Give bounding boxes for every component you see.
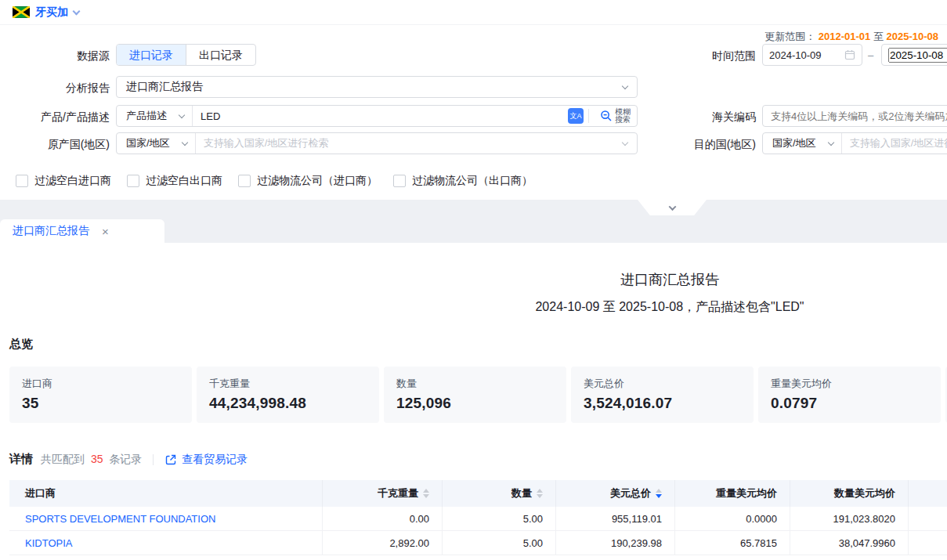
- sort-icon[interactable]: [537, 489, 543, 498]
- table-row: KIDTOPIA 2,892.00 5.00 190,239.98 65.781…: [9, 531, 947, 555]
- table-row: SPORTS DEVELOPMENT FOUNDATION 0.00 5.00 …: [9, 507, 947, 531]
- calendar-icon: [844, 49, 855, 60]
- col-label: 进口商: [25, 486, 56, 500]
- col-label: 千克重量: [378, 486, 418, 500]
- chevron-down-icon: [73, 7, 81, 15]
- product-keyword-input[interactable]: [193, 110, 568, 122]
- cell-quantity: 5.00: [443, 507, 556, 530]
- cell-usd-per-weight: 65.7815: [675, 531, 790, 555]
- checkbox-icon[interactable]: [393, 175, 406, 187]
- jamaica-flag-icon: [13, 6, 30, 18]
- country-name: 牙买加: [35, 5, 68, 20]
- overview-cards: 进口商 35 千克重量 44,234,998.48 数量 125,096 美元总…: [9, 367, 947, 423]
- tab-importer-summary-report[interactable]: 进口商汇总报告 ×: [0, 219, 164, 243]
- date-start-input[interactable]: [769, 49, 844, 61]
- data-source-label: 数据源: [0, 49, 110, 63]
- chevron-down-icon: [668, 203, 676, 211]
- date-end-input[interactable]: [888, 48, 947, 63]
- collapse-panel-button[interactable]: [638, 200, 707, 215]
- checkbox-filter-logistics-exporter[interactable]: 过滤物流公司（出口商）: [393, 174, 533, 188]
- top-bar: 牙买加: [0, 0, 947, 25]
- cell-quantity: 5.00: [443, 531, 556, 555]
- importer-link[interactable]: SPORTS DEVELOPMENT FOUNDATION: [25, 513, 215, 525]
- magnifier-icon: [600, 110, 613, 122]
- col-header-quantity[interactable]: 数量: [443, 480, 556, 507]
- stat-card-importers: 进口商 35: [9, 367, 192, 423]
- tab-import-records[interactable]: 进口记录: [117, 45, 186, 65]
- chevron-down-icon: [622, 139, 628, 145]
- checkbox-icon[interactable]: [238, 175, 251, 187]
- destination-country-placeholder[interactable]: 支持输入国家/地区进行检索: [842, 136, 947, 150]
- view-records-icon: [164, 453, 177, 466]
- origin-country-field: 国家/地区 支持输入国家/地区进行检索: [116, 132, 638, 154]
- col-header-extra: [909, 480, 947, 507]
- product-label: 产品/产品描述: [0, 110, 110, 125]
- origin-country-placeholder[interactable]: 支持输入国家/地区进行检索: [196, 136, 623, 150]
- fuzzy-search-label: 模糊搜索: [615, 108, 632, 124]
- stat-value: 3,524,016.07: [584, 395, 741, 412]
- view-trade-records-link[interactable]: 查看贸易记录: [164, 453, 248, 467]
- update-range-start: 2012-01-01: [819, 31, 871, 42]
- checkbox-label: 过滤空白出口商: [146, 174, 222, 188]
- stat-value: 35: [22, 395, 179, 412]
- close-icon[interactable]: ×: [102, 226, 109, 237]
- stat-card-kg-weight: 千克重量 44,234,998.48: [197, 367, 379, 423]
- checkbox-label: 过滤物流公司（进口商）: [257, 174, 378, 188]
- sort-icon-desc-active[interactable]: [656, 489, 662, 498]
- col-label: 数量: [511, 486, 532, 500]
- table-header-row: 进口商 千克重量 数量 美元总价 重量美元均价 数量美: [9, 480, 947, 507]
- overview-heading: 总览: [9, 337, 947, 352]
- fuzzy-search-button[interactable]: 模糊搜索: [594, 108, 637, 124]
- destination-type-select[interactable]: 国家/地区: [763, 136, 841, 150]
- update-range-to: 至: [873, 31, 884, 42]
- col-header-usd-total[interactable]: 美元总价: [556, 480, 675, 507]
- cell-usd-per-quantity: 191,023.8020: [790, 507, 909, 530]
- divider: [153, 454, 154, 465]
- report-type-label: 分析报告: [0, 81, 110, 96]
- checkbox-filter-logistics-importer[interactable]: 过滤物流公司（进口商）: [238, 174, 378, 188]
- cell-importer: SPORTS DEVELOPMENT FOUNDATION: [9, 507, 323, 530]
- stat-card-quantity: 数量 125,096: [384, 367, 566, 423]
- checkbox-filter-blank-exporter[interactable]: 过滤空白出口商: [127, 174, 222, 188]
- date-range-separator: –: [868, 49, 873, 61]
- report-type-select[interactable]: 进口商汇总报告: [116, 76, 638, 98]
- chevron-down-icon: [827, 139, 833, 145]
- cell-usd-total: 190,239.98: [556, 531, 675, 555]
- date-end-field[interactable]: [881, 44, 947, 66]
- origin-type-select[interactable]: 国家/地区: [117, 136, 195, 150]
- checkbox-icon[interactable]: [16, 175, 28, 187]
- hs-code-input[interactable]: [771, 110, 947, 122]
- hs-code-label: 海关编码: [672, 110, 756, 125]
- importer-link[interactable]: KIDTOPIA: [25, 537, 72, 549]
- stat-value: 125,096: [396, 395, 554, 412]
- checkbox-label: 过滤物流公司（出口商）: [412, 174, 533, 188]
- product-type-select[interactable]: 产品描述: [117, 109, 192, 123]
- chevron-down-icon: [622, 82, 628, 89]
- col-header-kg-weight[interactable]: 千克重量: [323, 480, 443, 507]
- origin-country-label: 原产国(地区): [0, 138, 110, 152]
- sort-icon[interactable]: [423, 489, 429, 498]
- filter-checkbox-row: 过滤空白进口商 过滤空白出口商 过滤物流公司（进口商） 过滤物流公司（出口商）: [16, 174, 533, 188]
- hs-code-field[interactable]: [762, 105, 947, 127]
- stat-label: 美元总价: [584, 377, 741, 391]
- destination-country-label: 目的国(地区): [672, 138, 756, 152]
- cell-kg-weight: 2,892.00: [323, 531, 443, 555]
- checkbox-filter-blank-importer[interactable]: 过滤空白进口商: [16, 174, 111, 188]
- update-range-end: 2025-10-08: [887, 31, 939, 42]
- translate-icon[interactable]: 文A: [568, 108, 584, 124]
- stat-label: 进口商: [22, 377, 179, 391]
- importer-table: 进口商 千克重量 数量 美元总价 重量美元均价 数量美: [9, 480, 947, 555]
- date-start-field[interactable]: [762, 44, 862, 66]
- checkbox-label: 过滤空白进口商: [34, 174, 111, 188]
- detail-header-row: 详情 共匹配到 35 条记录 查看贸易记录: [9, 452, 947, 467]
- stat-value: 44,234,998.48: [209, 395, 367, 412]
- country-selector[interactable]: 牙买加: [13, 5, 79, 20]
- col-label: 数量美元均价: [834, 486, 895, 500]
- col-header-usd-per-weight: 重量美元均价: [675, 480, 790, 507]
- report-title: 进口商汇总报告: [0, 270, 947, 289]
- checkbox-icon[interactable]: [127, 175, 139, 187]
- col-header-importer: 进口商: [9, 480, 323, 507]
- match-count-text: 共匹配到 35 条记录: [41, 453, 142, 467]
- cell-extra: [909, 507, 947, 530]
- tab-export-records[interactable]: 出口记录: [186, 45, 255, 65]
